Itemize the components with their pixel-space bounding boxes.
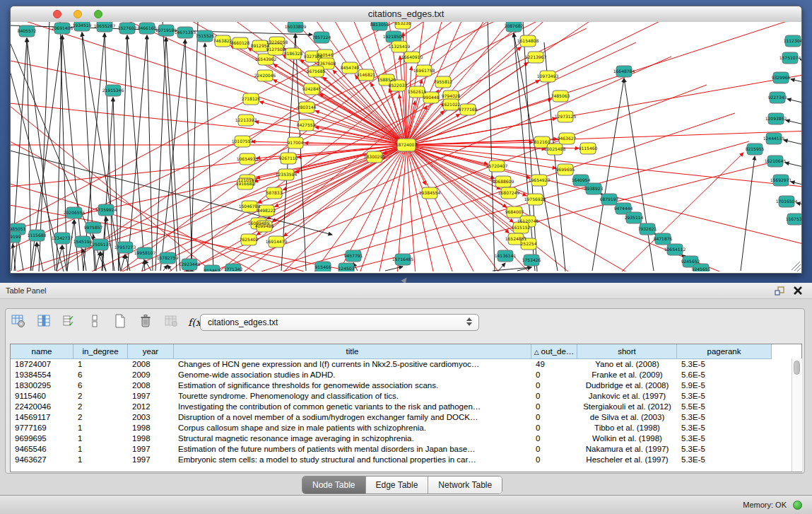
table-panel-header: Table Panel <box>0 283 812 299</box>
graph-node-label: 10973493 <box>537 74 559 78</box>
graph-node-label: 8813054 <box>370 22 389 27</box>
graph-node-label: 4099489 <box>255 223 274 228</box>
graph-node-label: 16914479 <box>266 239 288 244</box>
cell-short: Franke et al. (2009) <box>577 370 677 380</box>
graph-node-label: 8466160 <box>138 25 157 30</box>
network-window-titlebar[interactable]: citations_edges.txt <box>11 6 801 23</box>
graph-node-label: 16154808 <box>517 38 539 43</box>
graph-node-label: 15751074 <box>779 55 801 60</box>
cell-year: 2009 <box>128 370 174 380</box>
traffic-light-minimize[interactable] <box>73 10 82 18</box>
graph-node-label: 7463822 <box>213 38 233 43</box>
table-row[interactable]: 969969511998Structural magnetic resonanc… <box>11 433 801 444</box>
table-row[interactable]: 911546021997Tourette syndrome. Phenomeno… <box>11 391 801 402</box>
graph-node-label: 1640954 <box>572 177 591 182</box>
cell-pagerank: 5.5E-5 <box>677 402 772 412</box>
new-table-button[interactable] <box>112 314 129 331</box>
graph-node-label: 8454749 <box>341 65 360 70</box>
graph-node-label: 1615152 <box>512 225 531 230</box>
graph-node-label: 1167534 <box>786 216 801 221</box>
show-columns-button[interactable] <box>35 314 52 331</box>
cell-name: 19384554 <box>11 370 73 380</box>
graph-node-label: 9684007 <box>505 209 524 214</box>
column-header-out_de[interactable]: △out_de… <box>531 344 577 359</box>
column-header-in_degree[interactable]: in_degree <box>73 344 128 359</box>
table-row[interactable]: 977716911998Corpus callosum shape and si… <box>11 423 801 433</box>
column-header-name[interactable]: name <box>11 344 73 359</box>
cell-name: 9115460 <box>11 391 73 402</box>
graph-node-label: 1916682 <box>236 181 255 186</box>
cell-short: de Silva et al. (2003) <box>577 412 677 423</box>
float-window-icon[interactable] <box>774 285 785 296</box>
svg-text:✓: ✓ <box>69 320 74 327</box>
graph-node-label: 124503 <box>339 266 355 271</box>
close-panel-icon[interactable] <box>792 285 804 296</box>
cell-year: 2003 <box>128 412 174 423</box>
graph-node-label: 12213393 <box>235 117 257 122</box>
graph-node-label: 1621022 <box>442 102 461 107</box>
cell-pagerank: 5.3E-5 <box>677 433 772 444</box>
table-settings-button[interactable] <box>10 314 27 331</box>
cell-pagerank: 5.3E-5 <box>677 423 772 433</box>
graph-node-label: 21915346 <box>102 88 124 93</box>
delete-table-disabled-button[interactable] <box>163 314 180 331</box>
cell-name: 14569117 <box>11 412 73 423</box>
table-selector-dropdown[interactable]: citations_edges.txt <box>200 314 479 331</box>
column-header-title[interactable]: title <box>174 344 531 359</box>
graph-node-label: 19756928 <box>524 197 546 201</box>
graph-node-label: 10654935 <box>237 156 259 161</box>
graph-node-label: 915467 <box>204 268 220 271</box>
cell-in_degree: 6 <box>73 380 128 391</box>
network-canvas[interactable]: 8405572206914061934519106552871527602846… <box>11 22 801 271</box>
traffic-light-close[interactable] <box>53 10 61 18</box>
tab-edge-table[interactable]: Edge Table <box>366 477 429 493</box>
table-row[interactable]: 1456911722003Disruption of a novel membe… <box>11 412 801 423</box>
cell-out_de: 0 <box>531 370 577 380</box>
cell-out_de: 0 <box>531 423 577 433</box>
node-table: namein_degreeyeartitle△out_de…shortpager… <box>10 344 802 472</box>
table-scrollbar[interactable] <box>792 358 802 472</box>
cell-name: 18300295 <box>11 380 73 391</box>
graph-node-label: 9474444 <box>614 206 633 211</box>
column-header-short[interactable]: short <box>577 344 677 359</box>
graph-node-label: 18300295 <box>364 154 386 159</box>
cell-title: Structural magnetic resonance image aver… <box>174 433 531 444</box>
graph-node-label: 1527602 <box>118 25 137 30</box>
graph-node-label: 1588520 <box>377 77 396 82</box>
table-row[interactable]: 2242004622012Investigating the contribut… <box>11 402 801 412</box>
column-header-pagerank[interactable]: pagerank <box>677 344 772 359</box>
graph-node-label: 16807249 <box>498 190 520 195</box>
table-row[interactable]: 1938455462009Genome-wide association stu… <box>11 370 801 380</box>
cell-in_degree: 1 <box>73 455 128 465</box>
table-row[interactable]: 946554611997Estimation of the future num… <box>11 444 801 455</box>
graph-node-label: 5675685 <box>307 69 326 74</box>
table-row[interactable]: 1872400712008Changes of HCN gene express… <box>11 359 801 370</box>
tab-network-table[interactable]: Network Table <box>428 477 502 493</box>
traffic-light-zoom[interactable] <box>94 10 102 18</box>
cell-year: 1998 <box>128 423 174 433</box>
column-header-year[interactable]: year <box>128 344 174 359</box>
delete-table-icon <box>138 313 153 332</box>
select-rows-button[interactable]: ✓✓ <box>61 314 78 331</box>
table-row[interactable]: 1830029562008Estimation of significance … <box>11 380 801 391</box>
delete-table-button[interactable] <box>137 314 154 331</box>
graph-node-label: 1562615 <box>408 89 427 94</box>
graph-node-label: 17016504 <box>776 199 798 204</box>
graph-node-label: 1771342 <box>224 267 243 271</box>
table-scrollbar-thumb[interactable] <box>794 361 800 375</box>
graph-node-label: 2367608 <box>317 61 336 66</box>
graph-node-label: 7955812 <box>434 79 453 84</box>
cell-pagerank: 5.3E-5 <box>677 412 772 423</box>
graph-node-label: 6879197 <box>600 197 619 201</box>
tab-node-table[interactable]: Node Table <box>302 477 366 493</box>
table-row[interactable]: 946362711997Embryonic stem cells: a mode… <box>11 455 801 465</box>
row-height-button[interactable] <box>86 314 103 331</box>
cell-year: 1997 <box>128 391 174 402</box>
header-filler <box>772 344 801 359</box>
graph-node-label: 9245652 <box>681 259 700 264</box>
graph-node-label: 12342737 <box>52 235 73 240</box>
cell-title: Estimation of the future numbers of pati… <box>174 444 531 455</box>
table-selector-value: citations_edges.txt <box>208 317 278 327</box>
graph-node-label: 1115688 <box>28 233 47 238</box>
graph-node-label: 7485063 <box>551 93 570 98</box>
